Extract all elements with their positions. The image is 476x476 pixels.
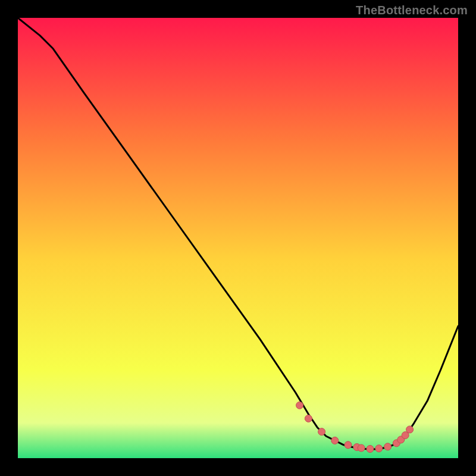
marker-dot bbox=[367, 445, 374, 452]
chart-stage: TheBottleneck.com bbox=[0, 0, 476, 476]
marker-dot bbox=[318, 428, 325, 436]
marker-dot bbox=[358, 444, 365, 452]
marker-dot bbox=[406, 426, 414, 433]
marker-dot bbox=[305, 415, 312, 422]
marker-dot bbox=[375, 445, 383, 452]
marker-dot bbox=[384, 443, 392, 450]
marker-dot bbox=[296, 402, 303, 409]
watermark-text: TheBottleneck.com bbox=[356, 4, 468, 17]
marker-dot bbox=[331, 437, 339, 444]
plot-area bbox=[18, 18, 458, 458]
plot-svg bbox=[18, 18, 458, 458]
marker-dot bbox=[345, 441, 352, 449]
gradient-background bbox=[18, 18, 458, 458]
